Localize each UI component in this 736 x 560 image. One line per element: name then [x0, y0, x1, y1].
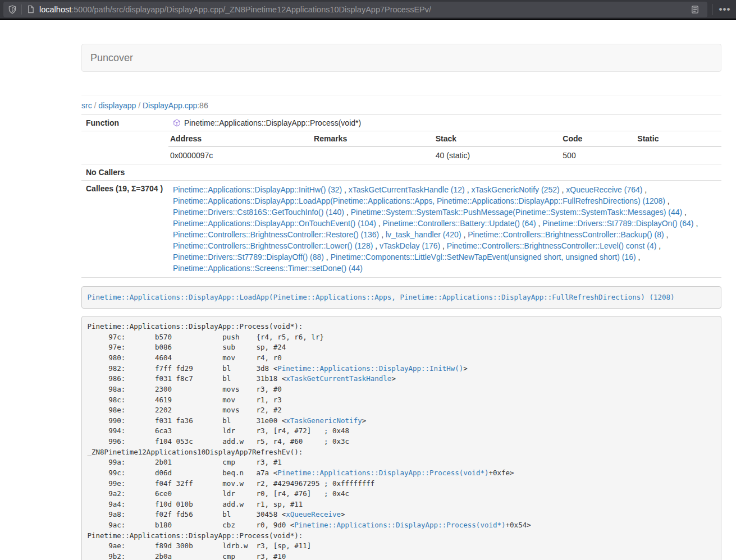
function-label: Function — [81, 115, 168, 131]
page-icon[interactable] — [26, 5, 35, 13]
disassembly-symbol-link[interactable]: Pinetime::Applications::DisplayApp::Proc… — [294, 521, 505, 529]
callee-link[interactable]: Pinetime::Controllers::BrightnessControl… — [173, 241, 373, 250]
overflow-menu-icon[interactable]: ••• — [717, 2, 733, 17]
app-navbar: Puncover — [81, 44, 721, 72]
disassembly: Pinetime::Applications::DisplayApp::Proc… — [81, 316, 721, 560]
callee-link[interactable]: xTaskGetCurrentTaskHandle (12) — [349, 185, 465, 194]
stats-row: 0x0000097c 40 (static) 500 — [168, 146, 721, 164]
callee-link[interactable]: Pinetime::Controllers::BrightnessControl… — [447, 241, 656, 250]
breadcrumb-link[interactable]: displayapp — [98, 101, 136, 110]
callee-link[interactable]: Pinetime::System::SystemTask::PushMessag… — [351, 208, 683, 217]
col-header-static: Static — [636, 131, 721, 146]
url-path: :5000/path/src/displayapp/DisplayApp.cpp… — [71, 5, 431, 14]
browser-toolbar: localhost:5000/path/src/displayapp/Displ… — [0, 0, 736, 20]
callees-label: Callees (19, Σ=3704 ) — [81, 181, 168, 278]
col-header-remarks: Remarks — [312, 131, 434, 146]
shield-icon[interactable] — [8, 5, 17, 14]
callee-link[interactable]: Pinetime::Drivers::Cst816S::GetTouchInfo… — [173, 208, 344, 217]
callee-link[interactable]: Pinetime::Drivers::St7789::DisplayOn() (… — [542, 219, 693, 228]
toolbar-divider — [712, 4, 712, 15]
url-host: localhost — [39, 5, 71, 14]
url-text[interactable]: localhost:5000/path/src/displayapp/Displ… — [39, 5, 431, 14]
col-header-stack: Stack — [434, 131, 561, 146]
function-name: Pinetime::Applications::DisplayApp::Proc… — [184, 118, 361, 127]
breadcrumb-link[interactable]: src — [81, 101, 92, 110]
stack-value: 40 (static) — [434, 146, 561, 164]
callee-link[interactable]: Pinetime::Controllers::BrightnessControl… — [468, 230, 664, 239]
breadcrumb: src / displayapp / DisplayApp.cpp:86 — [81, 101, 721, 110]
url-bar[interactable]: localhost:5000/path/src/displayapp/Displ… — [3, 2, 707, 17]
table-row: No Callers — [81, 164, 721, 181]
disassembly-symbol-link[interactable]: xTaskGenericNotify — [286, 416, 362, 425]
table-row: Address Remarks Stack Code Static 0x0000… — [81, 131, 721, 164]
reader-mode-icon[interactable] — [687, 2, 703, 17]
symbol-table: Function Pinetime::Applications::Display… — [81, 114, 721, 278]
table-row: Callees (19, Σ=3704 ) Pinetime::Applicat… — [81, 181, 721, 278]
disassembly-symbol-link[interactable]: Pinetime::Applications::DisplayApp::Init… — [277, 364, 463, 373]
remarks-value — [312, 146, 434, 164]
stats-table: Address Remarks Stack Code Static 0x0000… — [168, 131, 721, 164]
table-row: Function Pinetime::Applications::Display… — [81, 115, 721, 131]
callee-link[interactable]: Pinetime::Applications::DisplayApp::Load… — [173, 196, 665, 205]
callee-link[interactable]: xQueueReceive (764) — [566, 185, 642, 194]
cube-icon — [173, 119, 181, 127]
disassembly-symbol-link[interactable]: xQueueReceive — [286, 510, 341, 518]
callee-link[interactable]: vTaskDelay (176) — [380, 241, 440, 250]
disassembly-symbol-link[interactable]: xTaskGetCurrentTaskHandle — [286, 374, 391, 383]
callee-link[interactable]: Pinetime::Drivers::St7789::DisplayOff() … — [173, 253, 324, 261]
static-value — [636, 146, 721, 164]
highlighted-line: Pinetime::Applications::DisplayApp::Load… — [81, 286, 721, 309]
divider — [81, 95, 721, 95]
callee-link[interactable]: Pinetime::Controllers::Battery::Update()… — [383, 219, 536, 228]
breadcrumb-link[interactable]: DisplayApp.cpp — [143, 101, 197, 110]
callee-link[interactable]: Pinetime::Controllers::BrightnessControl… — [173, 230, 379, 239]
col-header-code: Code — [561, 131, 636, 146]
callee-link[interactable]: Pinetime::Applications::DisplayApp::OnTo… — [173, 219, 376, 228]
brand-link[interactable]: Puncover — [82, 44, 141, 72]
callee-link[interactable]: Pinetime::Applications::DisplayApp::Init… — [173, 185, 342, 194]
callee-link[interactable]: xTaskGenericNotify (252) — [471, 185, 559, 194]
callees-list: Pinetime::Applications::DisplayApp::Init… — [168, 181, 721, 278]
callee-link[interactable]: Pinetime::Components::LittleVgl::SetNewT… — [331, 253, 636, 261]
breadcrumb-line-number: :86 — [197, 101, 208, 110]
code-value: 500 — [561, 146, 636, 164]
callers-label: No Callers — [81, 164, 168, 181]
address-value: 0x0000097c — [168, 146, 312, 164]
callee-link[interactable]: lv_task_handler (420) — [386, 230, 461, 239]
callee-link[interactable]: Pinetime::Applications::Screens::Timer::… — [173, 264, 363, 273]
urlbar-divider — [21, 4, 22, 15]
disassembly-symbol-link[interactable]: Pinetime::Applications::DisplayApp::Proc… — [277, 469, 488, 477]
col-header-address: Address — [168, 131, 312, 146]
loadapp-link[interactable]: Pinetime::Applications::DisplayApp::Load… — [88, 293, 675, 301]
